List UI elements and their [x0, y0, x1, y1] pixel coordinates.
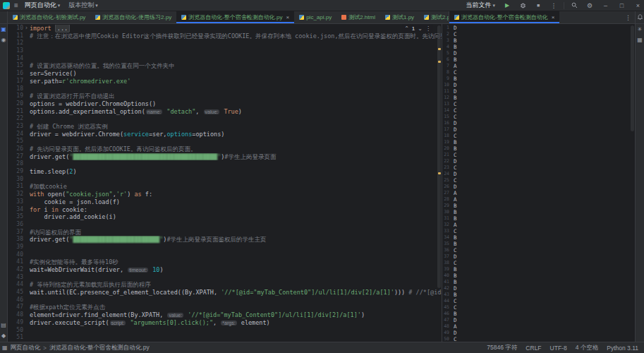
warning-stripe-mark[interactable] [438, 172, 441, 174]
answer-line[interactable]: 27A [442, 190, 635, 196]
code-line[interactable]: 37#访问鉴权后的界面 [8, 229, 442, 237]
answer-line[interactable]: 37D [442, 253, 635, 260]
answer-line[interactable]: 18C [442, 133, 635, 139]
editor-tab[interactable]: 浏览器自动化-整个宿舍检测自动化× [449, 11, 559, 23]
inspections-widget[interactable]: ⌃ 1 ⌄ ⋮ [402, 25, 433, 32]
code-line[interactable]: 18 [8, 85, 442, 93]
editor-scrollbar[interactable] [631, 25, 634, 131]
more-run-actions-button[interactable]: ⋮ [548, 1, 559, 11]
answer-line[interactable]: 6B [442, 56, 635, 63]
answer-line[interactable]: 35B [442, 241, 635, 247]
code-line[interactable]: 36 [8, 221, 442, 229]
answer-line[interactable]: 16D [442, 120, 635, 126]
minimize-button[interactable]: – [600, 0, 612, 11]
code-line[interactable]: 10›import ... [8, 25, 442, 32]
run-configuration-selector[interactable]: 当前文件 ▾ [463, 1, 497, 11]
code-line[interactable]: 13 [8, 47, 442, 55]
code-line[interactable]: 31#加载cookie [8, 183, 442, 191]
code-line[interactable]: 23# 创建 Chrome 浏览器实例 [8, 123, 442, 131]
code-line[interactable]: 11# 注意：在浏览器中使用Cookie Editor这个插件获取到已经登录实现… [8, 32, 442, 40]
editor-pane-code[interactable]: 10›import ...11# 注意：在浏览器中使用Cookie Editor… [8, 24, 442, 342]
close-tab-icon[interactable]: × [552, 14, 555, 20]
code-line[interactable]: 25 [8, 138, 442, 145]
close-button[interactable]: × [632, 0, 644, 11]
code-line[interactable]: 39 [8, 244, 442, 251]
answer-line[interactable]: 20B [442, 145, 635, 152]
main-menu-icon[interactable]: ≡ [14, 1, 18, 9]
answer-line[interactable]: 4B [442, 44, 635, 50]
status-item[interactable]: 4 个空格 [576, 344, 599, 352]
code-line[interactable]: 27driver.get("██████████████████████████… [8, 153, 442, 161]
project-widget[interactable]: 网页自动化 ▾ [23, 1, 63, 11]
breadcrumb-project[interactable]: 网页自动化 [11, 344, 41, 352]
answer-line[interactable]: 17D [442, 126, 635, 133]
answer-line[interactable]: 7A [442, 63, 635, 69]
code-line[interactable]: 51 [8, 334, 442, 342]
code-line[interactable]: 28 [8, 160, 442, 168]
code-line[interactable]: 14 [8, 55, 442, 63]
settings-button[interactable]: ⚙ [584, 1, 595, 11]
code-line[interactable]: 44# 等待到指定的元素加载完后执行后面的程序 [8, 281, 442, 289]
answer-line[interactable]: 21C [442, 152, 635, 158]
answer-line[interactable]: 22D [442, 158, 635, 164]
warning-stripe-mark[interactable] [438, 61, 441, 63]
project-tool-window-icon[interactable]: ▣ [1, 27, 6, 32]
maximize-button[interactable]: □ [616, 0, 628, 11]
answer-line[interactable]: 26D [442, 184, 635, 190]
next-problem-icon[interactable]: ⌄ [418, 25, 423, 32]
editor-scrollbar[interactable] [437, 25, 441, 288]
answer-line[interactable]: 15C [442, 114, 635, 120]
status-item[interactable]: 75846 字符 [487, 344, 517, 352]
answer-line[interactable]: 5D [442, 50, 635, 56]
code-line[interactable]: 17ser.path=r'chromedriver.exe' [8, 78, 442, 85]
code-line[interactable]: 32with open("cookie.json",'r') as f: [8, 191, 442, 198]
stop-button[interactable]: ■ [533, 1, 544, 11]
answer-line[interactable]: 10D [442, 82, 635, 88]
inspections-more-icon[interactable]: ⋮ [425, 25, 431, 32]
answer-line[interactable]: 29B [442, 203, 635, 209]
answer-line[interactable]: 44C [442, 298, 635, 304]
editor-tab[interactable]: 浏览器自动化-整个宿舍检测自动化.py× [176, 11, 294, 23]
breadcrumb-file[interactable]: 浏览器自动化-整个宿舍检测自动化.py [49, 344, 150, 352]
code-line[interactable]: 19# 设置浏览器打开后不自动退出 [8, 92, 442, 100]
answer-line[interactable]: 3B [442, 37, 635, 44]
code-line[interactable]: 48element=driver.find_element(By.XPATH, … [8, 311, 442, 319]
answer-line[interactable]: 19B [442, 139, 635, 145]
status-item[interactable]: Python 3.11 [607, 345, 638, 352]
code-line[interactable]: 24driver = webdriver.Chrome(service=ser,… [8, 131, 442, 138]
answer-line[interactable]: 47D [442, 317, 635, 323]
answer-line[interactable]: 36C [442, 247, 635, 253]
answer-line[interactable]: 48A [442, 323, 635, 330]
tool-windows-toggle-icon[interactable]: ▦ [2, 345, 8, 351]
editor-tab[interactable]: 浏览器自动化-使用练习2.py [90, 11, 176, 23]
editor-pane-answers[interactable]: 1D2C3B4B5D6B7A8C9B10D11D12B13C14C15C16D1… [442, 24, 635, 342]
code-line[interactable]: 22 [8, 115, 442, 123]
code-line[interactable]: 49driver.execute_script(script: "argumen… [8, 319, 442, 327]
code-line[interactable]: 26# 先访问登录页面。然后添加COOKIE。再访问鉴权后的页面。 [8, 145, 442, 153]
answer-line[interactable]: 24D [442, 171, 635, 177]
answer-line[interactable]: 13C [442, 101, 635, 107]
answer-line[interactable]: 42D [442, 285, 635, 292]
answer-line[interactable]: 30B [442, 209, 635, 215]
code-line[interactable]: 45wait.until(EC.presence_of_element_loca… [8, 289, 442, 297]
answer-line[interactable]: 41B [442, 279, 635, 285]
answer-line[interactable]: 32A [442, 222, 635, 228]
answer-line[interactable]: 33C [442, 228, 635, 234]
answer-line[interactable]: 1D [442, 25, 635, 31]
answer-line[interactable]: 28A [442, 196, 635, 203]
code-line[interactable]: 50 [8, 327, 442, 335]
tab-options-icon[interactable]: ⋮ [621, 11, 635, 23]
answer-line[interactable]: 49D [442, 330, 635, 336]
ai-assistant-icon[interactable]: ✳ [638, 27, 643, 32]
code-line[interactable]: 21options.add_experimental_option(name: … [8, 108, 442, 116]
editor-tab[interactable]: pic_api.py [294, 11, 336, 23]
code-line[interactable]: 33 cookie = json.load(f) [8, 198, 442, 206]
code-line[interactable]: 34for i in cookie: [8, 206, 442, 214]
code-line[interactable]: 41#实例化智能等待。最多等待10秒 [8, 258, 442, 266]
code-line[interactable]: 20options = webdriver.ChromeOptions() [8, 100, 442, 108]
answer-line[interactable]: 38C [442, 260, 635, 266]
answer-line[interactable]: 50C [442, 336, 635, 342]
code-line[interactable]: 16ser=Service() [8, 70, 442, 78]
answer-line[interactable]: 40B [442, 273, 635, 279]
code-line[interactable]: 38driver.get("████████████████████████")… [8, 236, 442, 244]
